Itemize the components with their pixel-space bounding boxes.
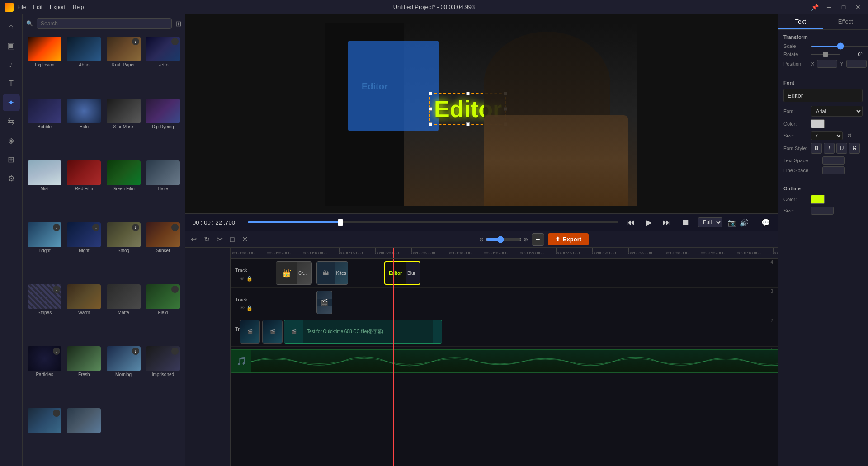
- sidebar-icon-text[interactable]: T: [3, 75, 20, 92]
- outline-color-swatch[interactable]: [811, 195, 825, 204]
- filter-item-stripes[interactable]: ↓ Stripes: [26, 284, 63, 344]
- reset-size-icon[interactable]: ↺: [847, 132, 852, 139]
- sidebar-icon-home[interactable]: ⌂: [3, 18, 20, 35]
- redo-button[interactable]: ↻: [202, 234, 212, 245]
- line-space-input[interactable]: 0.0: [822, 166, 845, 174]
- clip-track2-2[interactable]: 🎬: [262, 320, 283, 344]
- zoom-slider[interactable]: [486, 236, 522, 243]
- filter-item-kraft[interactable]: ↓ Kraft Paper: [105, 37, 142, 96]
- size-select[interactable]: 7 8 10 12 14 18 24 36 48 72: [811, 131, 843, 140]
- font-select[interactable]: Arial Times New Roman Helvetica: [811, 106, 863, 117]
- search-input[interactable]: [37, 18, 172, 29]
- export-button[interactable]: ⬆ Export: [548, 233, 589, 245]
- filter-item-starmask[interactable]: Star Mask: [105, 99, 142, 158]
- tab-effect[interactable]: Effect: [823, 14, 868, 29]
- menu-file[interactable]: File: [17, 4, 26, 10]
- quality-select[interactable]: Full 1/2 1/4: [698, 217, 722, 227]
- outline-size-input[interactable]: 0.30: [811, 207, 834, 215]
- tab-text[interactable]: Text: [778, 14, 823, 29]
- sidebar-icon-transitions[interactable]: ⇆: [3, 113, 20, 130]
- filter-item-smog[interactable]: ↓ Smog: [105, 222, 142, 282]
- clip-editor-text[interactable]: Editor Blur: [384, 261, 420, 285]
- stop-button[interactable]: ⏹: [679, 217, 693, 228]
- filter-item-fresh[interactable]: Fresh: [66, 346, 102, 405]
- filter-item-haze[interactable]: Haze: [145, 160, 181, 220]
- filter-item-particles[interactable]: ↓ Particles: [26, 346, 63, 405]
- filter-item-night[interactable]: ↓ Night: [66, 222, 102, 282]
- y-input[interactable]: 112.6: [846, 60, 867, 68]
- handle-tc: [466, 92, 470, 95]
- cut-button[interactable]: ✂: [215, 234, 225, 245]
- clip-track3[interactable]: 🎬: [316, 291, 332, 314]
- menu-edit[interactable]: Edit: [33, 4, 42, 10]
- text-space-input[interactable]: 0.0: [822, 156, 845, 165]
- clip-track2-video[interactable]: 🎬 Test for Quicktime 608 CC file(带字幕): [284, 320, 442, 344]
- x-input[interactable]: -46.3: [817, 60, 837, 68]
- filter-item-halo[interactable]: Halo: [66, 99, 102, 158]
- undo-button[interactable]: ↩: [189, 234, 198, 245]
- italic-button[interactable]: I: [824, 143, 835, 154]
- filter-item-matte[interactable]: Matte: [105, 284, 142, 344]
- scale-slider[interactable]: [811, 46, 868, 47]
- next-frame-button[interactable]: ⏭: [660, 217, 674, 228]
- ruler-mark-0: 00:00:00.000: [231, 248, 255, 258]
- prev-frame-button[interactable]: ⏮: [624, 217, 637, 228]
- filter-item-redfilm[interactable]: Red Film: [66, 160, 102, 220]
- grid-toggle-icon[interactable]: ⊞: [175, 19, 181, 28]
- filter-item-bubble[interactable]: Bubble: [26, 99, 63, 158]
- zoom-out-icon[interactable]: ⊖: [479, 236, 484, 243]
- clip-kites[interactable]: 🏔 Kites: [316, 261, 348, 285]
- filter-item-greenfilm[interactable]: Green Film: [105, 160, 142, 220]
- delete-button[interactable]: ✕: [240, 234, 250, 245]
- sidebar-icon-overlays[interactable]: ⊞: [3, 151, 20, 168]
- menu-help[interactable]: Help: [73, 4, 84, 10]
- filter-item-warm[interactable]: Warm: [66, 284, 102, 344]
- filter-item-extra2[interactable]: [66, 408, 102, 462]
- clip-track2-1[interactable]: 🎬: [240, 320, 260, 344]
- add-track-button[interactable]: +: [532, 233, 544, 246]
- filter-name-stripes: Stripes: [38, 310, 52, 315]
- sidebar-icon-audio[interactable]: ♪: [3, 56, 20, 73]
- maximize-button[interactable]: □: [838, 2, 849, 13]
- progress-bar[interactable]: [248, 221, 618, 223]
- filter-name-night: Night: [79, 248, 89, 253]
- bold-button[interactable]: B: [811, 143, 822, 154]
- fullscreen-icon[interactable]: ⛶: [751, 218, 759, 227]
- playhead: [393, 248, 394, 258]
- sidebar-icon-media[interactable]: ▣: [3, 37, 20, 54]
- underline-button[interactable]: U: [836, 143, 847, 154]
- filter-item-abao[interactable]: Abao: [66, 37, 102, 96]
- strikethrough-button[interactable]: S: [849, 143, 860, 154]
- zoom-in-icon[interactable]: ⊕: [524, 236, 528, 243]
- filter-item-explosion[interactable]: Explosion: [26, 37, 63, 96]
- close-button[interactable]: ✕: [853, 2, 863, 13]
- volume-icon[interactable]: 🔊: [740, 218, 749, 227]
- sidebar-icon-effects[interactable]: ✦: [3, 94, 20, 111]
- font-color-swatch[interactable]: [811, 119, 825, 128]
- track-3-lock[interactable]: 🔒: [246, 305, 253, 311]
- clip-cr[interactable]: 👑 Cr...: [276, 261, 312, 285]
- track-3-visibility[interactable]: 👁: [240, 305, 245, 311]
- sidebar-icon-settings[interactable]: ⚙: [3, 170, 20, 187]
- menu-export[interactable]: Export: [50, 4, 66, 10]
- filter-item-field[interactable]: ↓ Field: [145, 284, 181, 344]
- filter-item-dipdye[interactable]: Dip Dyeing: [145, 99, 181, 158]
- filter-item-morning[interactable]: ↓ Morning: [105, 346, 142, 405]
- filter-item-bright[interactable]: ↓ Bright: [26, 222, 63, 282]
- track-4-lock[interactable]: 🔒: [246, 276, 253, 282]
- filter-item-mist[interactable]: Mist: [26, 160, 63, 220]
- pin-icon[interactable]: 📌: [809, 2, 820, 13]
- filter-item-retro[interactable]: ↓ Retro: [145, 37, 181, 96]
- clip-audio[interactable]: 🎵 City Sunshine: [231, 349, 778, 373]
- minimize-button[interactable]: ─: [824, 2, 835, 13]
- filter-name-greenfilm: Green Film: [112, 186, 134, 191]
- filter-item-imprisoned[interactable]: ↓ Imprisoned: [145, 346, 181, 405]
- sidebar-icon-filters[interactable]: ◈: [3, 132, 20, 149]
- copy-button[interactable]: □: [228, 235, 236, 245]
- snapshot-icon[interactable]: 📷: [728, 218, 737, 227]
- filter-item-extra1[interactable]: ↓: [26, 408, 63, 462]
- filter-item-sunset[interactable]: ↓ Sunset: [145, 222, 181, 282]
- track-4-visibility[interactable]: 👁: [240, 276, 245, 282]
- play-button[interactable]: ▶: [643, 217, 655, 228]
- settings-icon[interactable]: 💬: [761, 218, 770, 227]
